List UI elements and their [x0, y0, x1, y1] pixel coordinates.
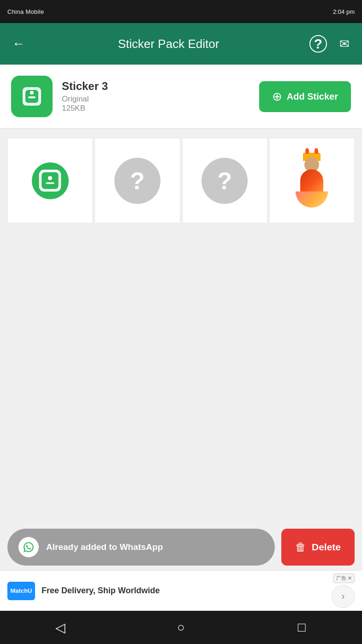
mail-icon[interactable]: ✉ [336, 37, 353, 51]
svg-rect-8 [46, 182, 54, 184]
pack-info: Sticker 3 Original 125KB [62, 80, 250, 113]
sticker-app-icon [18, 83, 46, 110]
app-bar: ← Sticker Pack Editor ? ✉ [0, 23, 362, 65]
pack-icon [11, 76, 53, 117]
sticker-cell-4[interactable] [269, 138, 355, 223]
whatsapp-btn-label: Already added to WhatsApp [46, 542, 163, 552]
sticker-cell-2[interactable]: ? [95, 138, 180, 223]
pack-type: Original [62, 95, 250, 104]
pack-size: 125KB [62, 104, 250, 113]
svg-point-7 [48, 176, 52, 180]
delete-btn-label: Delete [312, 542, 341, 553]
sticker-cell-3[interactable]: ? [182, 138, 267, 223]
help-icon[interactable]: ? [309, 35, 327, 53]
sticker-question-2: ? [114, 158, 160, 204]
delete-icon: 🗑 [295, 541, 306, 554]
ad-arrow-button[interactable]: › [332, 585, 355, 608]
sticker-question-3: ? [202, 158, 248, 204]
status-bar: China Mobile 2:04 pm [0, 0, 362, 23]
pack-name: Sticker 3 [62, 80, 250, 93]
empty-content-area [0, 233, 362, 440]
ad-badge: 广告 ✕ [333, 573, 355, 583]
sticker-icon-svg-1 [37, 168, 63, 193]
ad-logo: MatchU [7, 582, 35, 600]
nav-home-button[interactable]: ○ [167, 614, 195, 641]
sticker-cell-1[interactable] [7, 138, 93, 223]
whatsapp-icon [18, 537, 39, 557]
ad-close-icon[interactable]: ✕ [348, 575, 352, 581]
nav-bar: ◁ ○ □ [0, 611, 362, 644]
svg-point-3 [30, 91, 34, 95]
sticker-image-4 [286, 155, 337, 206]
app-bar-actions: ? ✉ [309, 35, 353, 53]
goddess-skirt [296, 191, 328, 208]
sticker-icon-1 [32, 162, 69, 199]
back-button[interactable]: ← [9, 36, 28, 51]
time-text: 2:04 pm [333, 8, 355, 15]
svg-rect-4 [28, 96, 36, 98]
whatsapp-svg [23, 541, 35, 553]
nav-recent-button[interactable]: □ [288, 614, 315, 641]
nav-back-button[interactable]: ◁ [47, 614, 74, 641]
goddess-figure [289, 155, 335, 206]
app-bar-title: Sticker Pack Editor [37, 37, 300, 51]
ad-text: Free Delivery, Ship Worldwide [42, 585, 325, 596]
ad-badge-area: 广告 ✕ › [332, 573, 355, 608]
pack-header: Sticker 3 Original 125KB ⊕ Add Sticker [0, 65, 362, 129]
sticker-grid: ? ? [0, 129, 362, 233]
add-sticker-icon: ⊕ [272, 89, 282, 104]
svg-rect-6 [42, 172, 59, 189]
add-sticker-button[interactable]: ⊕ Add Sticker [259, 81, 351, 112]
ad-badge-text: 广告 [336, 575, 346, 582]
bottom-actions: Already added to WhatsApp 🗑 Delete [0, 524, 362, 570]
ad-banner: MatchU Free Delivery, Ship Worldwide 广告 … [0, 570, 362, 611]
delete-button[interactable]: 🗑 Delete [281, 529, 355, 566]
already-added-whatsapp-button[interactable]: Already added to WhatsApp [7, 529, 275, 566]
add-sticker-label: Add Sticker [287, 91, 338, 102]
carrier-text: China Mobile [7, 8, 44, 15]
